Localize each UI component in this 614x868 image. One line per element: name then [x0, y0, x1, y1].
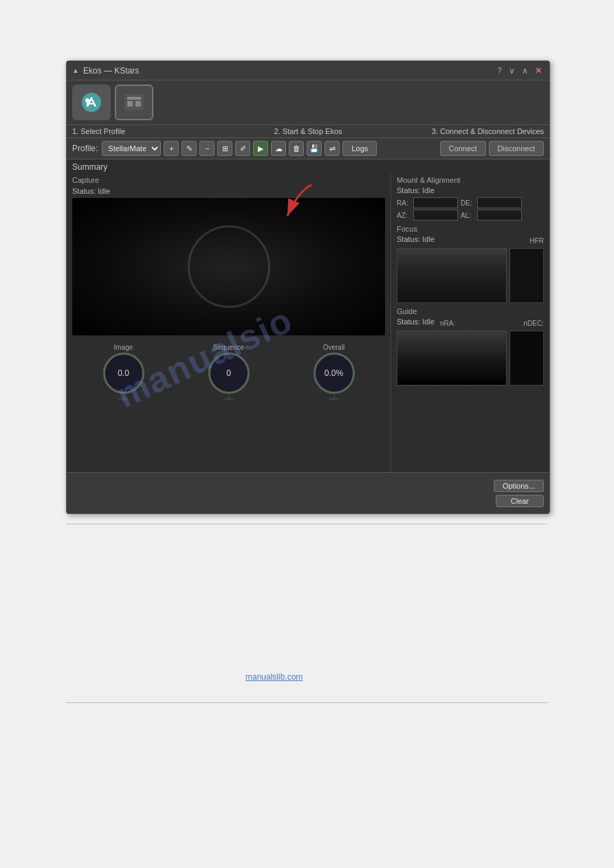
profile-select[interactable]: StellarMate Default Simulator [102, 141, 161, 156]
icon-tabs [67, 80, 549, 125]
profile-row: Profile: StellarMate Default Simulator +… [67, 138, 549, 159]
focus-status: Status: Idle [397, 235, 435, 243]
svg-rect-5 [127, 97, 141, 100]
focus-section: Focus Status: Idle HFR [397, 225, 544, 303]
capture-title: Capture [72, 176, 385, 184]
gauge-sequence-label: Sequence [213, 344, 244, 351]
gauge-sequence-circle: 0 [208, 353, 250, 394]
guide-main-image [397, 331, 507, 386]
title-bar-left: ▲ Ekos — KStars [72, 66, 139, 76]
camera-circle [188, 225, 270, 308]
step-3: 3. Connect & Disconnect Devices [386, 127, 544, 135]
options-button[interactable]: Options... [494, 480, 544, 492]
mount-al-input[interactable] [477, 210, 522, 221]
mount-status: Status: Idle [397, 186, 544, 194]
gauge-image-circle: 0.0 [103, 353, 144, 394]
step-1: 1. Select Profile [72, 127, 230, 135]
svg-rect-7 [135, 101, 141, 107]
guide-section: Guide Status: Idle nRA: nDEC: [397, 307, 544, 386]
guide-ndec-label: nDEC: [524, 320, 544, 327]
connect-button[interactable]: Connect [440, 141, 486, 156]
focus-images [397, 248, 544, 303]
external-link[interactable]: manualslib.com [245, 672, 303, 682]
close-button[interactable]: ✕ [533, 66, 544, 76]
focus-hfr-label: HFR [529, 237, 544, 245]
separator-1 [66, 524, 548, 524]
mount-al-label: AL: [461, 212, 474, 219]
focus-title: Focus [397, 225, 544, 233]
gauge-sequence-sub: --/-- [223, 395, 234, 402]
steps-row: 1. Select Profile 2. Start & Stop Ekos 3… [67, 125, 549, 138]
app-icon: ▲ [72, 67, 80, 75]
mount-de-label: DE: [461, 199, 474, 207]
svg-point-2 [85, 98, 89, 102]
bottom-bar: Options... Clear [67, 472, 549, 513]
gauge-overall-sub: --/-- [329, 395, 339, 402]
disconnect-button[interactable]: Disconnect [489, 141, 544, 156]
mount-az-row: AZ: AL: [397, 210, 544, 221]
gauge-image-sub: --/-- [118, 395, 129, 402]
mount-ra-row: RA: DE: [397, 197, 544, 208]
logs-button[interactable]: Logs [342, 141, 377, 156]
guide-images [397, 331, 544, 386]
copy-profile-button[interactable]: ⊞ [217, 141, 232, 156]
play-icon: ▶ [258, 144, 263, 153]
window-title: Ekos — KStars [83, 66, 139, 76]
mount-title: Mount & Alignment [397, 176, 544, 184]
summary-label: Summary [67, 159, 549, 173]
gauge-overall: Overall 0.0% --/-- [314, 344, 355, 402]
mount-section: Mount & Alignment Status: Idle RA: DE: A… [397, 176, 544, 221]
clear-button[interactable]: Clear [496, 495, 544, 507]
save-button[interactable]: 💾 [307, 141, 322, 156]
edit-profile-button[interactable]: ✎ [182, 141, 197, 156]
svg-point-0 [82, 93, 101, 112]
svg-rect-6 [127, 101, 133, 107]
guide-status: Status: Idle [397, 318, 435, 326]
focus-status-row: Status: Idle HFR [397, 235, 544, 246]
settings-button[interactable]: ⇌ [325, 141, 340, 156]
gauge-image: Image 0.0 --/-- [103, 344, 144, 402]
page-wrapper: ▲ Ekos — KStars ? ∨ ∧ ✕ [0, 0, 614, 868]
link-text: manualslib.com [245, 672, 303, 682]
mount-az-input[interactable] [413, 210, 458, 221]
focus-hfr-image [509, 248, 544, 303]
separator-2 [66, 702, 548, 703]
help-button[interactable]: ? [495, 66, 504, 76]
gauge-overall-circle: 0.0% [314, 353, 355, 394]
trash-button[interactable]: 🗑 [289, 141, 304, 156]
guide-status-row: Status: Idle nRA: nDEC: [397, 318, 544, 329]
gauge-image-label: Image [114, 344, 133, 351]
cloud-button[interactable]: ☁ [271, 141, 286, 156]
maximize-button[interactable]: ∧ [520, 66, 530, 76]
minimize-button[interactable]: ∨ [507, 66, 517, 76]
camera-view [72, 198, 385, 335]
title-bar-controls: ? ∨ ∧ ✕ [495, 66, 544, 76]
remove-profile-button[interactable]: − [199, 141, 215, 156]
capture-panel: Capture Status: Idle Image 0.0 --/-- [67, 173, 391, 495]
camera-view-inner [72, 198, 385, 335]
tab-tools[interactable] [72, 85, 111, 120]
write-button[interactable]: ✐ [235, 141, 250, 156]
add-profile-button[interactable]: + [164, 141, 179, 156]
gauge-sequence: Sequence 0 --/-- [208, 344, 250, 402]
step-2: 2. Start & Stop Ekos [230, 127, 387, 135]
focus-main-image [397, 248, 507, 303]
mount-ra-label: RA: [397, 199, 410, 207]
guide-title: Guide [397, 307, 544, 315]
mount-de-input[interactable] [477, 197, 522, 208]
mount-ra-input[interactable] [413, 197, 458, 208]
play-button[interactable]: ▶ [253, 141, 268, 156]
title-bar: ▲ Ekos — KStars ? ∨ ∧ ✕ [67, 61, 549, 80]
guide-ndec-image [509, 331, 544, 386]
capture-status: Status: Idle [72, 187, 385, 195]
guide-nra-label: nRA: [440, 320, 455, 327]
right-panel: Mount & Alignment Status: Idle RA: DE: A… [391, 173, 549, 495]
content-flex: Capture Status: Idle Image 0.0 --/-- [67, 173, 549, 495]
mount-az-label: AZ: [397, 212, 410, 219]
connect-group: Connect Disconnect [440, 141, 544, 156]
main-area: Capture Status: Idle Image 0.0 --/-- [67, 173, 549, 495]
tab-profile[interactable] [115, 85, 153, 120]
app-window: ▲ Ekos — KStars ? ∨ ∧ ✕ [66, 60, 550, 514]
gauges-row: Image 0.0 --/-- Sequence 0 --/-- Overall… [72, 341, 385, 405]
gauge-overall-label: Overall [323, 344, 345, 351]
